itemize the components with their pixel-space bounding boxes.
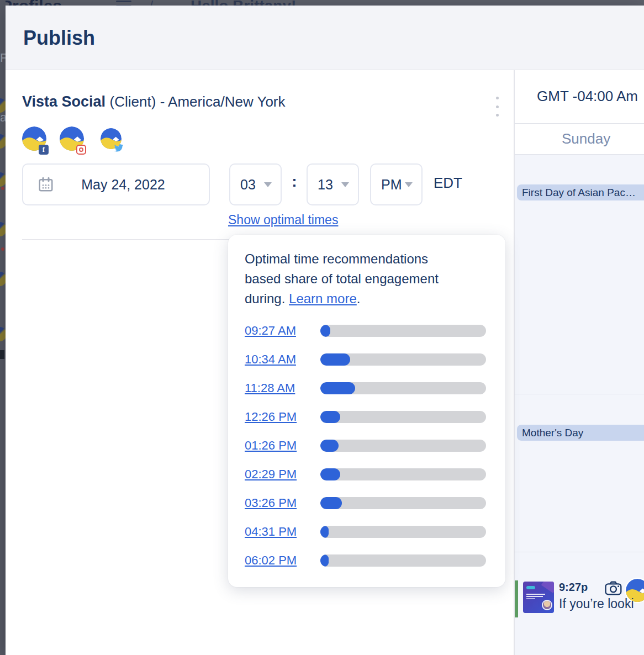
group-options-menu-button[interactable] bbox=[492, 97, 503, 117]
twitter-profile-avatar[interactable] bbox=[101, 128, 122, 149]
calendar-day-header: Sunday bbox=[515, 124, 644, 155]
engagement-bar-track bbox=[320, 353, 486, 366]
optimal-time-link[interactable]: 11:28 AM bbox=[245, 381, 320, 395]
optimal-time-link[interactable]: 10:34 AM bbox=[245, 352, 320, 367]
optimal-time-link[interactable]: 02:29 PM bbox=[245, 467, 320, 482]
hour-select[interactable]: 03 bbox=[229, 163, 282, 205]
optimal-time-row: 04:31 PM bbox=[245, 517, 486, 546]
optimal-times-popup: Optimal time recommendations based share… bbox=[228, 235, 505, 587]
optimal-time-row: 06:02 PM bbox=[245, 546, 486, 575]
chevron-down-icon bbox=[405, 182, 413, 187]
calendar-cell[interactable]: 9:27p If you’re looki bbox=[515, 552, 644, 655]
background-letter-fragment: a bbox=[0, 110, 6, 125]
show-optimal-times-link[interactable]: Show optimal times bbox=[228, 213, 338, 228]
engagement-bar-fill bbox=[320, 382, 355, 394]
background-letter-fragment: F bbox=[0, 51, 6, 65]
engagement-bar-track bbox=[320, 468, 486, 480]
post-time: 9:27p bbox=[559, 581, 588, 594]
time-colon: : bbox=[289, 173, 300, 191]
optimal-time-row: 01:26 PM bbox=[245, 431, 486, 460]
post-thumbnail bbox=[523, 582, 554, 613]
engagement-bar-track bbox=[320, 325, 486, 337]
calendar-cell[interactable]: Mother's Day bbox=[515, 394, 644, 552]
scheduled-post-preview[interactable]: 9:27p If you’re looki bbox=[515, 580, 644, 618]
optimal-time-link[interactable]: 06:02 PM bbox=[245, 553, 320, 568]
calendar-pane: GMT -04:00 Am Sunday First Day of Asian … bbox=[514, 70, 644, 655]
twitter-badge-icon bbox=[114, 143, 124, 153]
background-notification-dot bbox=[1, 247, 4, 251]
engagement-bar-track bbox=[320, 554, 486, 567]
instagram-badge-icon bbox=[76, 145, 86, 155]
optimal-time-row: 10:34 AM bbox=[245, 345, 486, 374]
camera-icon bbox=[605, 581, 622, 595]
optimal-times-description: Optimal time recommendations based share… bbox=[245, 249, 466, 309]
optimal-time-row: 09:27 AM bbox=[245, 316, 486, 345]
profile-group-timezone: America/New York bbox=[168, 93, 285, 110]
selected-date: May 24, 2022 bbox=[54, 177, 209, 193]
chevron-down-icon bbox=[264, 182, 272, 187]
engagement-bar-fill bbox=[320, 468, 340, 480]
optimal-time-link[interactable]: 12:26 PM bbox=[245, 410, 320, 424]
engagement-bar-track bbox=[320, 411, 486, 423]
optimal-time-row: 03:26 PM bbox=[245, 489, 486, 517]
calendar-event-chip[interactable]: Mother's Day bbox=[517, 425, 644, 441]
minute-value: 13 bbox=[318, 177, 333, 193]
engagement-bar-fill bbox=[320, 353, 350, 366]
calendar-icon bbox=[38, 176, 54, 193]
meridiem-value: PM bbox=[381, 177, 402, 193]
timezone-abbreviation: EDT bbox=[434, 175, 462, 192]
engagement-bar-fill bbox=[320, 497, 342, 509]
engagement-bar-track bbox=[320, 440, 486, 452]
publish-form-pane: Vista Social (Client) - America/New York… bbox=[6, 70, 514, 655]
engagement-bar-track bbox=[320, 526, 486, 538]
background-profile-list-strip: F a bbox=[0, 0, 6, 655]
facebook-badge-icon: f bbox=[39, 145, 49, 155]
publish-modal: Publish Vista Social (Client) - America/… bbox=[6, 6, 644, 655]
facebook-profile-avatar[interactable]: f bbox=[22, 126, 46, 151]
profile-group-title: Vista Social (Client) - America/New York bbox=[22, 93, 286, 110]
engagement-bar-track bbox=[320, 497, 486, 509]
engagement-bar-fill bbox=[320, 411, 340, 423]
optimal-time-link[interactable]: 09:27 AM bbox=[245, 324, 320, 338]
profile-group-separator: - bbox=[156, 93, 168, 110]
form-divider bbox=[22, 239, 230, 240]
optimal-time-row: 11:28 AM bbox=[245, 374, 486, 403]
background-badge-fragment bbox=[0, 350, 4, 359]
thumbnail-person-avatar bbox=[543, 601, 551, 609]
learn-more-link[interactable]: Learn more bbox=[289, 291, 357, 306]
optimal-times-list: 09:27 AM 10:34 AM 11:28 AM 12:26 PM 01:2… bbox=[245, 316, 486, 575]
optimal-time-link[interactable]: 04:31 PM bbox=[245, 525, 320, 539]
hour-value: 03 bbox=[240, 177, 256, 193]
background-avatar-fragment bbox=[0, 272, 6, 286]
optimal-time-link[interactable]: 03:26 PM bbox=[245, 496, 320, 510]
optimal-time-row: 12:26 PM bbox=[245, 403, 486, 431]
post-caption: If you’re looki bbox=[559, 596, 634, 611]
page-title: Publish bbox=[23, 27, 95, 50]
calendar-event-chip[interactable]: First Day of Asian Pac… bbox=[517, 184, 644, 200]
optimal-time-row: 02:29 PM bbox=[245, 460, 486, 489]
minute-select[interactable]: 13 bbox=[307, 163, 359, 205]
calendar-day-label: Sunday bbox=[562, 130, 610, 147]
post-status-bar bbox=[515, 580, 518, 617]
date-picker-field[interactable]: May 24, 2022 bbox=[22, 163, 210, 205]
background-avatar-fragment bbox=[0, 172, 6, 187]
instagram-profile-avatar[interactable] bbox=[60, 126, 84, 151]
calendar-timezone-header: GMT -04:00 Am bbox=[515, 70, 644, 124]
background-avatar-fragment bbox=[0, 222, 6, 236]
background-avatar-fragment bbox=[0, 327, 6, 341]
engagement-bar-fill bbox=[320, 554, 329, 567]
calendar-cell[interactable]: First Day of Asian Pac… bbox=[515, 155, 644, 394]
engagement-bar-fill bbox=[320, 325, 330, 337]
description-period: . bbox=[357, 291, 361, 306]
engagement-bar-fill bbox=[320, 526, 329, 538]
optimal-time-link[interactable]: 01:26 PM bbox=[245, 439, 320, 453]
publish-modal-header: Publish bbox=[6, 6, 644, 70]
background-avatar-fragment bbox=[0, 134, 6, 149]
profile-group-name: Vista Social bbox=[22, 93, 105, 110]
engagement-bar-fill bbox=[320, 440, 339, 452]
background-notification-dot bbox=[1, 187, 4, 190]
meridiem-select[interactable]: PM bbox=[370, 163, 423, 205]
calendar-timezone-label: GMT -04:00 Am bbox=[537, 88, 638, 105]
engagement-bar-track bbox=[320, 382, 486, 394]
chevron-down-icon bbox=[341, 182, 349, 187]
